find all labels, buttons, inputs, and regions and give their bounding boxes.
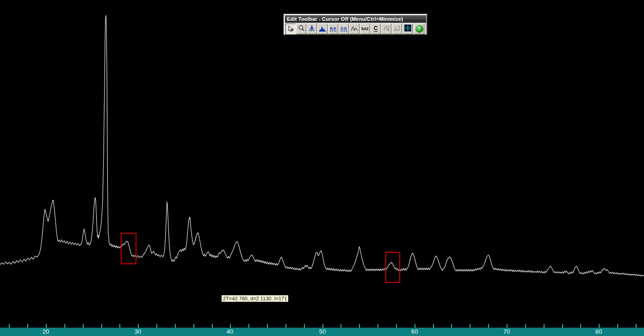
tile-windows-icon: [404, 24, 412, 33]
axis-tick: [322, 324, 323, 328]
ka2-icon: kα2: [361, 26, 369, 31]
axis-tick: [46, 324, 47, 328]
axis-label: 20: [43, 329, 49, 335]
diffraction-trace-line: [0, 15, 644, 276]
selection-rectangle: [121, 233, 136, 264]
axis-tick: [341, 324, 341, 328]
help-button[interactable]: ?: [414, 24, 424, 34]
axis-tick: [488, 324, 489, 328]
selection-rectangle: [385, 252, 400, 283]
axis-label: 80: [595, 329, 602, 335]
axis-tick: [396, 324, 397, 328]
axis-tick: [415, 324, 415, 328]
axis-label: 40: [227, 329, 233, 335]
axis-tick: [544, 324, 545, 328]
cursor-z-icon: z: [287, 25, 294, 32]
axis-tick: [138, 324, 139, 328]
help-icon: ?: [415, 25, 423, 33]
profile-area-button[interactable]: [317, 24, 328, 34]
cursor-readout-tooltip: 2T=42.760, d=2.1130, I=171: [221, 295, 289, 302]
axis-tick: [378, 324, 378, 328]
axis-tick: [507, 324, 508, 328]
data-edit-icon: D.E: [341, 26, 347, 31]
axis-tick: [636, 324, 637, 328]
axis-tick: [451, 324, 452, 328]
toolbar-button-row: z B.E D.E: [285, 23, 426, 35]
stretch-bars-button: [392, 24, 402, 34]
axis-tick: [580, 324, 581, 328]
magnifier-icon: [298, 25, 305, 33]
ka2-strip-button[interactable]: kα2: [360, 24, 370, 34]
edit-toolbar-window[interactable]: Edit Toolbar - Cursor Off (Menu/Ctrl=Min…: [284, 14, 427, 35]
filled-peaks-icon: [319, 25, 326, 33]
outline-peaks-icon: [351, 25, 358, 33]
zoom-button[interactable]: [296, 24, 306, 34]
axis-tick: [27, 324, 28, 328]
axis-tick: [212, 324, 213, 328]
axis-tick: [119, 324, 120, 328]
axis-tick: [525, 324, 526, 328]
axis-label: 50: [319, 329, 326, 335]
cursor-mode-button[interactable]: z: [285, 24, 296, 34]
axis-label: 60: [411, 329, 418, 335]
axis-tick: [101, 324, 102, 328]
axis-tick: [193, 324, 194, 328]
axis-label: 30: [135, 329, 141, 335]
stretch-intensity-button: [381, 24, 391, 34]
axis-tick: [599, 324, 600, 328]
background-edit-icon: B.E: [330, 26, 336, 31]
stretch-peak-icon: [383, 25, 390, 33]
background-edit-button[interactable]: B.E: [328, 24, 338, 34]
peak-cursor-icon: [308, 25, 316, 33]
toolbar-titlebar[interactable]: Edit Toolbar - Cursor Off (Menu/Ctrl=Min…: [285, 15, 426, 23]
axis-tick: [285, 324, 286, 328]
diffraction-trace-plot: [0, 0, 644, 336]
axis-tick: [433, 324, 434, 328]
axis-tick: [617, 324, 618, 328]
axis-label: 70: [503, 329, 510, 335]
axis-tick: [230, 324, 231, 328]
axis-tick: [248, 324, 249, 328]
axis-tick: [9, 324, 10, 328]
peak-outline-button[interactable]: [349, 24, 359, 34]
axis-tick: [359, 324, 360, 328]
axis-tick: [156, 324, 157, 328]
axis-tick: [267, 324, 268, 328]
xrd-app-window: 2T=42.760, d=2.1130, I=171 Edit Toolbar …: [0, 0, 644, 336]
axis-tick: [562, 324, 563, 328]
tile-windows-button[interactable]: [402, 24, 413, 34]
compute-button[interactable]: C: [371, 24, 381, 34]
axis-tick: [64, 324, 65, 328]
axis-tick: [470, 324, 471, 328]
axis-tick: [83, 324, 84, 328]
peak-cursor-button[interactable]: [307, 24, 317, 34]
axis-tick: [175, 324, 176, 328]
axis-tick: [304, 324, 305, 328]
stretch-bars-icon: [393, 25, 401, 33]
data-edit-button[interactable]: D.E: [339, 24, 349, 34]
compute-icon: C: [374, 26, 378, 32]
